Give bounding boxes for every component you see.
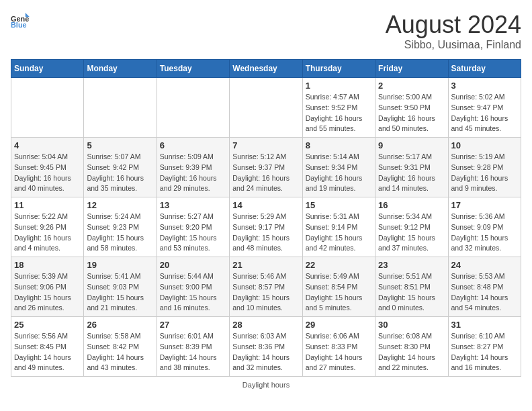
day-number: 19 [87,260,153,270]
day-number: 6 [160,140,226,150]
calendar-cell: 22Sunrise: 5:49 AM Sunset: 8:54 PM Dayli… [302,257,375,317]
calendar-week-row: 11Sunrise: 5:22 AM Sunset: 9:26 PM Dayli… [11,197,521,257]
day-info: Sunrise: 5:24 AM Sunset: 9:23 PM Dayligh… [87,212,153,254]
day-number: 4 [14,140,81,150]
day-number: 29 [306,320,372,330]
footer: Daylight hours [11,381,521,389]
day-info: Sunrise: 5:17 AM Sunset: 9:31 PM Dayligh… [378,152,445,194]
calendar-week-row: 18Sunrise: 5:39 AM Sunset: 9:06 PM Dayli… [11,257,521,317]
calendar-cell: 28Sunrise: 6:03 AM Sunset: 8:36 PM Dayli… [230,317,302,377]
day-number: 10 [451,140,518,150]
calendar-cell: 6Sunrise: 5:09 AM Sunset: 9:39 PM Daylig… [157,138,229,197]
day-info: Sunrise: 5:12 AM Sunset: 9:37 PM Dayligh… [232,152,299,194]
day-number: 22 [306,260,372,270]
day-info: Sunrise: 5:02 AM Sunset: 9:47 PM Dayligh… [451,92,518,134]
calendar-cell: 9Sunrise: 5:17 AM Sunset: 9:31 PM Daylig… [375,138,448,197]
day-number: 9 [378,140,445,150]
day-number: 14 [232,200,299,210]
day-info: Sunrise: 5:56 AM Sunset: 8:45 PM Dayligh… [14,331,81,373]
logo: General Blue [11,11,30,30]
day-info: Sunrise: 5:34 AM Sunset: 9:12 PM Dayligh… [378,212,445,254]
day-number: 25 [14,320,81,330]
day-number: 12 [87,200,153,210]
day-info: Sunrise: 5:44 AM Sunset: 9:00 PM Dayligh… [160,271,226,314]
day-info: Sunrise: 6:10 AM Sunset: 8:27 PM Dayligh… [451,331,518,373]
calendar-table: SundayMondayTuesdayWednesdayThursdayFrid… [11,59,521,377]
weekday-header: Sunday [11,60,84,78]
day-info: Sunrise: 4:57 AM Sunset: 9:52 PM Dayligh… [306,92,372,134]
weekday-header: Wednesday [230,60,302,78]
calendar-cell [84,78,157,138]
calendar-cell [157,78,229,138]
day-number: 7 [232,140,299,150]
day-info: Sunrise: 5:07 AM Sunset: 9:42 PM Dayligh… [87,152,153,194]
calendar-cell: 7Sunrise: 5:12 AM Sunset: 9:37 PM Daylig… [230,138,302,197]
svg-text:Blue: Blue [11,21,27,29]
day-info: Sunrise: 5:31 AM Sunset: 9:14 PM Dayligh… [306,212,372,254]
day-info: Sunrise: 5:53 AM Sunset: 8:48 PM Dayligh… [451,271,518,314]
day-number: 3 [451,81,518,91]
calendar-cell: 14Sunrise: 5:29 AM Sunset: 9:17 PM Dayli… [230,197,302,257]
calendar-week-row: 25Sunrise: 5:56 AM Sunset: 8:45 PM Dayli… [11,317,521,377]
day-info: Sunrise: 5:46 AM Sunset: 8:57 PM Dayligh… [232,271,299,314]
day-number: 18 [14,260,81,270]
day-number: 1 [306,81,372,91]
header-row: SundayMondayTuesdayWednesdayThursdayFrid… [11,60,521,78]
calendar-cell: 20Sunrise: 5:44 AM Sunset: 9:00 PM Dayli… [157,257,229,317]
day-number: 23 [378,260,445,270]
day-info: Sunrise: 5:09 AM Sunset: 9:39 PM Dayligh… [160,152,226,194]
day-number: 27 [160,320,226,330]
day-number: 13 [160,200,226,210]
calendar-cell: 21Sunrise: 5:46 AM Sunset: 8:57 PM Dayli… [230,257,302,317]
day-info: Sunrise: 5:39 AM Sunset: 9:06 PM Dayligh… [14,271,81,314]
day-info: Sunrise: 5:29 AM Sunset: 9:17 PM Dayligh… [232,212,299,254]
calendar-cell: 17Sunrise: 5:36 AM Sunset: 9:09 PM Dayli… [448,197,521,257]
day-number: 8 [306,140,372,150]
calendar-cell: 18Sunrise: 5:39 AM Sunset: 9:06 PM Dayli… [11,257,84,317]
calendar-cell: 13Sunrise: 5:27 AM Sunset: 9:20 PM Dayli… [157,197,229,257]
calendar-cell: 24Sunrise: 5:53 AM Sunset: 8:48 PM Dayli… [448,257,521,317]
day-info: Sunrise: 5:22 AM Sunset: 9:26 PM Dayligh… [14,212,81,254]
day-info: Sunrise: 6:03 AM Sunset: 8:36 PM Dayligh… [232,331,299,373]
calendar-cell: 31Sunrise: 6:10 AM Sunset: 8:27 PM Dayli… [448,317,521,377]
day-number: 17 [451,200,518,210]
weekday-header: Thursday [302,60,375,78]
calendar-cell [11,78,84,138]
day-number: 24 [451,260,518,270]
day-number: 21 [232,260,299,270]
calendar-cell: 3Sunrise: 5:02 AM Sunset: 9:47 PM Daylig… [448,78,521,138]
day-number: 2 [378,81,445,91]
day-info: Sunrise: 5:19 AM Sunset: 9:28 PM Dayligh… [451,152,518,194]
calendar-week-row: 1Sunrise: 4:57 AM Sunset: 9:52 PM Daylig… [11,78,521,138]
calendar-cell: 1Sunrise: 4:57 AM Sunset: 9:52 PM Daylig… [302,78,375,138]
day-number: 20 [160,260,226,270]
calendar-cell: 19Sunrise: 5:41 AM Sunset: 9:03 PM Dayli… [84,257,157,317]
day-number: 5 [87,140,153,150]
calendar-cell [230,78,302,138]
calendar-cell: 15Sunrise: 5:31 AM Sunset: 9:14 PM Dayli… [302,197,375,257]
day-number: 15 [306,200,372,210]
calendar-cell: 5Sunrise: 5:07 AM Sunset: 9:42 PM Daylig… [84,138,157,197]
logo-icon: General Blue [11,11,30,30]
calendar-cell: 2Sunrise: 5:00 AM Sunset: 9:50 PM Daylig… [375,78,448,138]
day-info: Sunrise: 5:04 AM Sunset: 9:45 PM Dayligh… [14,152,81,194]
calendar-cell: 4Sunrise: 5:04 AM Sunset: 9:45 PM Daylig… [11,138,84,197]
title-block: August 2024 Sibbo, Uusimaa, Finland [386,11,521,51]
calendar-cell: 23Sunrise: 5:51 AM Sunset: 8:51 PM Dayli… [375,257,448,317]
day-info: Sunrise: 5:41 AM Sunset: 9:03 PM Dayligh… [87,271,153,314]
day-number: 26 [87,320,153,330]
day-info: Sunrise: 5:51 AM Sunset: 8:51 PM Dayligh… [378,271,445,314]
weekday-header: Tuesday [157,60,229,78]
calendar-cell: 8Sunrise: 5:14 AM Sunset: 9:34 PM Daylig… [302,138,375,197]
footer-text: Daylight hours [242,381,290,389]
calendar-cell: 10Sunrise: 5:19 AM Sunset: 9:28 PM Dayli… [448,138,521,197]
weekday-header: Friday [375,60,448,78]
calendar-cell: 26Sunrise: 5:58 AM Sunset: 8:42 PM Dayli… [84,317,157,377]
page-header: General Blue August 2024 Sibbo, Uusimaa,… [11,11,521,51]
day-info: Sunrise: 5:49 AM Sunset: 8:54 PM Dayligh… [306,271,372,314]
calendar-cell: 25Sunrise: 5:56 AM Sunset: 8:45 PM Dayli… [11,317,84,377]
day-info: Sunrise: 5:58 AM Sunset: 8:42 PM Dayligh… [87,331,153,373]
calendar-week-row: 4Sunrise: 5:04 AM Sunset: 9:45 PM Daylig… [11,138,521,197]
calendar-cell: 12Sunrise: 5:24 AM Sunset: 9:23 PM Dayli… [84,197,157,257]
day-number: 28 [232,320,299,330]
